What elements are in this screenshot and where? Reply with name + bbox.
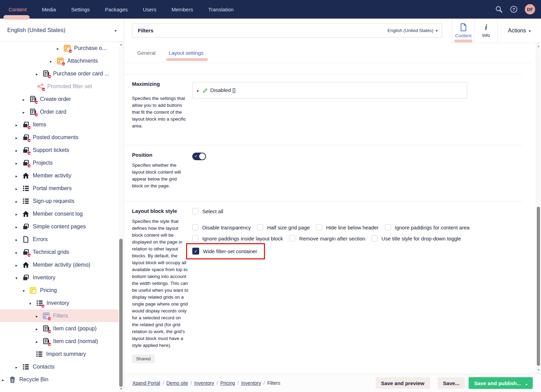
chevron-right-icon[interactable]	[16, 262, 21, 268]
tree-item[interactable]: Projects	[0, 156, 119, 169]
header-language-selector[interactable]: English (United States)	[388, 28, 438, 33]
tree-item[interactable]: Member activity (demo)	[0, 258, 119, 271]
actions-button[interactable]: Actions	[498, 19, 541, 43]
tree-item[interactable]: Member activity	[0, 169, 119, 182]
main-scrollbar-thumb[interactable]	[537, 207, 540, 366]
chevron-right-icon[interactable]	[36, 313, 41, 319]
checkbox[interactable]	[316, 224, 322, 230]
tree-item[interactable]: Inventory	[0, 271, 119, 284]
checkbox[interactable]	[289, 235, 295, 241]
breadcrumb-link[interactable]: Xpand Portal	[132, 380, 160, 386]
sidebar-language-selector[interactable]: English (United States)	[0, 19, 124, 42]
sidebar-scrollbar-thumb[interactable]	[119, 239, 123, 387]
tree-item[interactable]: Sign-up requests	[0, 195, 119, 207]
checkbox[interactable]	[371, 235, 378, 241]
tree-item[interactable]: Items	[0, 118, 119, 131]
breadcrumb-link[interactable]: Inventory	[241, 380, 261, 386]
save-and-publish-button[interactable]: Save and publish...	[469, 377, 533, 389]
avatar[interactable]: DF	[525, 4, 535, 14]
chevron-right-icon[interactable]	[2, 376, 8, 383]
breadcrumb-link[interactable]: Pricing	[220, 380, 235, 386]
tree-item[interactable]: Inventory	[0, 297, 119, 309]
save-button[interactable]: Save...	[438, 377, 465, 389]
checkbox[interactable]	[192, 235, 198, 241]
chevron-down-icon[interactable]	[16, 275, 21, 281]
tree-item[interactable]: Purchase order card ...	[0, 67, 119, 80]
chevron-right-icon[interactable]	[23, 109, 28, 115]
tab-content[interactable]: Content	[452, 19, 475, 43]
tree-item[interactable]: Pricing	[0, 284, 119, 297]
chevron-right-icon[interactable]	[16, 147, 21, 153]
tree-item[interactable]: Support tickets	[0, 144, 119, 156]
tab-layout-settings[interactable]: Layout settings	[169, 43, 203, 63]
tree-item[interactable]: Posted documents	[0, 131, 119, 144]
tree-item[interactable]: Portal members	[0, 182, 119, 195]
property-description: Specifies whether the layout block conte…	[132, 162, 188, 189]
tree-item[interactable]: Create order	[0, 93, 119, 105]
tab-info[interactable]: Info	[475, 19, 498, 43]
chevron-right-icon[interactable]	[16, 364, 21, 370]
chevron-up-icon	[521, 380, 527, 386]
chevron-right-icon[interactable]	[197, 87, 202, 93]
nav-item-content[interactable]: Content	[9, 7, 27, 12]
chevron-right-icon[interactable]	[23, 96, 28, 102]
tree-item-recycle-bin[interactable]: Recycle Bin	[0, 373, 119, 386]
nav-item-packages[interactable]: Packages	[105, 7, 128, 12]
checkbox[interactable]	[192, 208, 198, 214]
main-scrollbar[interactable]: ▲ ▼	[536, 43, 541, 374]
scroll-down-icon[interactable]: ▼	[119, 387, 123, 391]
tree-item[interactable]: Contacts	[0, 360, 119, 373]
tab-general[interactable]: General	[137, 43, 155, 63]
tree-item[interactable]: Attachments	[0, 54, 119, 67]
nav-item-settings[interactable]: Settings	[71, 7, 90, 12]
chevron-right-icon[interactable]	[16, 185, 21, 192]
chevron-right-icon[interactable]	[16, 198, 21, 204]
tree-item[interactable]: Promoted filter set	[0, 80, 119, 93]
save-and-preview-button[interactable]: Save and preview	[376, 377, 430, 389]
tree-item[interactable]: Purchase o...	[0, 42, 119, 54]
nav-item-media[interactable]: Media	[42, 7, 56, 12]
nav-item-translation[interactable]: Translation	[208, 7, 234, 12]
tree-item[interactable]: Item card (normal)	[0, 335, 119, 348]
tree-item[interactable]: Errors	[0, 233, 119, 246]
breadcrumb-link[interactable]: Demo site	[166, 380, 188, 386]
breadcrumb-link[interactable]: Inventory	[194, 380, 214, 386]
maximizing-editor[interactable]: Disabled []	[192, 82, 467, 99]
chevron-right-icon[interactable]	[16, 134, 21, 141]
chevron-right-icon[interactable]	[16, 249, 21, 255]
tree-item[interactable]: Technical grids	[0, 246, 119, 258]
tree-item-selected[interactable]: Filters	[0, 309, 119, 322]
chevron-right-icon[interactable]	[16, 236, 21, 243]
tree-item[interactable]: Simple content pages	[0, 220, 119, 233]
chevron-right-icon[interactable]	[16, 173, 21, 179]
scroll-up-icon[interactable]: ▲	[536, 44, 541, 48]
checkbox[interactable]	[192, 224, 198, 230]
chevron-down-icon[interactable]	[29, 300, 35, 306]
help-icon[interactable]	[510, 6, 518, 13]
tree-item[interactable]: Item card (popup)	[0, 322, 119, 335]
scroll-up-icon[interactable]: ▲	[119, 43, 123, 46]
chevron-right-icon[interactable]	[16, 224, 21, 230]
chevron-right-icon[interactable]	[16, 160, 21, 166]
document-name-input[interactable]: Filters English (United States)	[132, 23, 442, 38]
chevron-right-icon[interactable]	[16, 122, 21, 128]
tree-item[interactable]: Member consent log	[0, 207, 119, 220]
checkbox-checked[interactable]	[192, 248, 199, 255]
position-toggle[interactable]	[192, 153, 206, 160]
chevron-right-icon[interactable]	[36, 326, 41, 332]
tree-item[interactable]: Import summary	[0, 348, 119, 360]
checkbox[interactable]	[257, 224, 263, 230]
nav-item-users[interactable]: Users	[143, 7, 156, 12]
chevron-right-icon[interactable]	[57, 45, 62, 51]
search-icon[interactable]	[495, 6, 503, 13]
sidebar-scrollbar[interactable]: ▲ ▼	[119, 42, 123, 392]
chevron-right-icon[interactable]	[16, 211, 21, 217]
tree-item[interactable]: Order card	[0, 105, 119, 118]
checkbox[interactable]	[385, 224, 391, 230]
chevron-right-icon[interactable]	[36, 338, 41, 344]
chevron-down-icon[interactable]	[23, 287, 28, 293]
scroll-down-icon[interactable]: ▼	[536, 368, 541, 372]
nav-item-members[interactable]: Members	[172, 7, 193, 12]
chevron-right-icon[interactable]	[36, 71, 41, 77]
chevron-right-icon[interactable]	[50, 58, 55, 64]
